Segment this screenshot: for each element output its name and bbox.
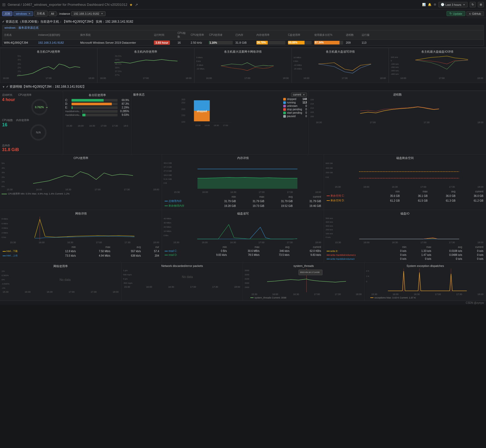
settings-icon[interactable]: ⚙ [434,3,436,6]
chart-icon[interactable]: 📊 [422,3,426,6]
cpu-detail-y-axis: 5% 4% 3% 2% 1% 0% [2,161,5,191]
net-usage-title: 网络使用率 [2,264,120,268]
cpu-use-bar: 1.16% [209,41,233,44]
stop-pending-value: 0 [305,108,307,111]
svg-text:N/A: N/A [36,131,41,134]
alert-icon[interactable]: 🔔 [428,3,432,6]
disk-space-title: 磁盘剩余空间 [326,156,484,160]
svg-text:39%: 39% [115,58,119,61]
nav-all[interactable]: All [49,11,57,16]
svg-text:250: 250 [181,101,185,104]
memory-chart: 15:30 16:00 16:30 17:00 17:30 18:00 [173,161,322,194]
left-stats-panel: 启动时长 4 hour CPU使用率 0.762% CPU核数 16 [0,91,63,154]
drw-readd-label: read D: [164,253,198,257]
sys-exc-content: 4 K 1 K 0 15:30 16:00 16:30 17:00 [366,268,484,299]
dio-e-cur: 0 io/s [463,249,484,253]
disk-bar-outer-d [72,103,118,105]
resource-summary-section: ✓ 资源总览（关联JOB项）当前选中主机：【WIN-4QJ9SQTJ94】 实例… [0,18,486,48]
mem-gauge-svg: N/A [29,123,48,142]
disk-io-table: min max avg current write E: 0 io/s 1.33… [326,245,484,261]
net-y-axis: 5 Mb/s 0 b/s -5 Mb/s -10 Mb/s [196,55,204,72]
net-usage-x-labels: 15:30 16:00 16:30 17:00 17:30 18:00 [2,290,120,293]
disk-io-panel: 磁盘IO 500 io/s 400 io/s 300 io/s 200 io/s… [324,210,486,262]
net-ul-cur: 204 [142,253,160,258]
svg-rect-21 [194,100,210,111]
update-button[interactable]: ↻ Update [447,11,465,16]
sys-exc-legend: exceptions Max: 3.43 K Current: 1.07 K [370,296,484,299]
mem-free-max: 19.73 GiB [237,203,265,208]
cpu-gauge: 0.762% [30,98,49,116]
stopped-color [283,98,286,101]
cell-instance[interactable]: 192.168.3.141:9182 [37,40,79,45]
overview-diskrw-svg [302,55,387,77]
x-label-16: 16:00 [3,77,9,79]
memory-table: min max avg current 总物理内存 31.79 GiB 31.7… [164,195,322,208]
svg-text:2%: 2% [18,66,21,69]
cpu-gauge-stat: CPU使用率 0.762% [18,93,61,117]
free-mem-line [165,206,168,206]
net-dl-max: 7.50 Mb/s [77,249,111,253]
time-range-selector[interactable]: 🕐 Last 3 hours ▼ [438,2,468,7]
drw-readc-min: 0 B/s [198,249,228,253]
process-panel: 进程数 220 215 210 205 200 16:30 17:00 17:3… [309,91,486,154]
diskio-y-axis: 100 io/s 0 -100 io/s -200 io/s -300 io/s… [391,55,399,77]
mem-total-max: 31.79 GiB [237,199,265,203]
cpu-gauge-svg: 0.762% [30,98,49,116]
nav-bar: JOB windows ▼ 主机名 All | instance 192.168… [0,9,486,18]
table-row: WIN-4QJ9SQTJ94 192.168.3.141:9182 Micros… [2,40,484,46]
table-section-header: windows：服务器资源总览 [2,25,484,31]
table-section-label: windows：服务器资源总览 [2,25,484,30]
disk-rw-panel: 磁盘读写 40 MB/s 30 MB/s 20 MB/s 10 MB/s 0 B… [162,210,324,262]
nav-windows[interactable]: windows ▼ [13,11,33,16]
zoom-out-button[interactable]: ⊞ [478,2,484,7]
net-detail-content: 8 Mb/s 6 Mb/s 4 Mb/s 2 Mb/s 0 b/s 15:30 … [2,217,160,244]
nav-hostname[interactable]: 主机名 [34,11,48,16]
threads-legend-line [250,297,254,298]
service-header: 服务状态 current ▼ [133,93,307,97]
overview-cpu-title: 各主机CPU使用率 [2,50,95,54]
nav-instance-selector[interactable]: 192.168.3.141:9182 ▼ [71,11,106,16]
star-icon[interactable]: ★ [129,3,133,7]
sys-exc-svg [370,268,484,292]
service-current-dropdown[interactable]: current ▼ [291,93,307,97]
nav-job[interactable]: JOB [2,11,12,16]
dio-col-cur: current [463,245,484,249]
detail-section-header[interactable]: ▼ ✓ 资源明细【WIN-4QJ9SQTJ94：192.168.3.141:91… [0,83,486,91]
mem-free-cur: 19.46 GiB [294,203,322,208]
legend-stopped: stopped 148 [283,98,307,101]
cpu-use-bar-fill: 1.16% [209,41,209,44]
uptime-label: 启动时长 [2,93,15,97]
disk-bar-inner-e [72,106,73,109]
disk-space-table: min max avg current 剩余空间 C: 35.6 GB 36.1… [326,190,484,203]
sys-threads-chart: 2022-09-16 17:14:00 15:30 16:00 16:30 17… [250,268,363,299]
disk-rw-svg [172,217,322,240]
svg-text:100: 100 [181,121,185,123]
github-button[interactable]: ⎋ GitHub [466,11,484,16]
svg-text:38%: 38% [115,66,119,69]
mem-col-cur: current [294,195,322,199]
net-ul-line [3,256,6,256]
disk-io-svg [334,217,484,240]
diskio-content: 100 io/s 0 -100 io/s -200 io/s -300 io/s… [391,55,484,80]
ds-row-c: 剩余空间 C: 35.6 GB 36.1 GB 36.0 GB 36.0 GB [326,193,484,198]
drw-readd-max: 78.5 Mb/s [228,253,261,257]
share-icon[interactable]: ↗ [135,3,138,7]
disk-rw-title: 磁盘读写 [164,212,322,216]
mem-free-min: 19.28 GiB [209,203,237,208]
nav-windows-label: windows [16,12,27,15]
disk-label-e: E: [65,106,70,109]
sys-threads-panel: system_threads 3300 3200 3100 3000 2900 … [243,263,364,301]
stop-pending-color [283,108,286,111]
memory-legend: min max avg current 总物理内存 31.79 GiB 31.7… [164,195,322,208]
disk-row-c: C: 69.9% [65,99,129,102]
refresh-button[interactable]: ↻ [470,2,476,7]
overview-charts-row: 各主机CPU使用率 5% 4% 3% 2% 1% 0% 16:00 17:00 … [0,48,486,83]
second-charts-row: CPU使用率 5% 4% 3% 2% 1% 0% 15:30 16:00 16:… [0,154,486,210]
cell-mem-use: 38.78% [255,40,286,46]
disk-usage-panel: 各分区使用率 C: 69.9% D: 87.3% E: [63,91,131,154]
svg-text:1%: 1% [18,70,21,73]
overview-mem-title: 各主机内存使用率 [99,50,193,54]
service-title: 服务状态 [133,93,145,97]
dio-row-e: write E: 0 io/s 1.33 io/s 0.0108 io/s 0 … [326,249,484,253]
svg-text:stopped: stopped [197,110,207,113]
